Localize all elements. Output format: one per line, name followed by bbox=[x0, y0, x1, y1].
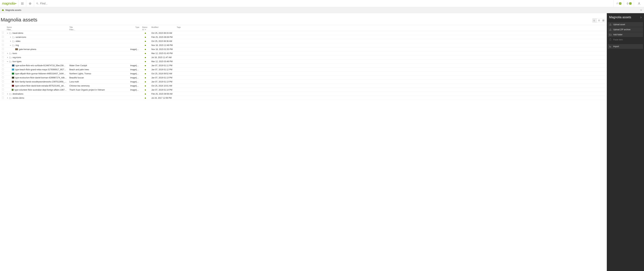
row-checkbox[interactable] bbox=[2, 97, 4, 99]
table-row[interactable]: type-active-flickr-eric-surfdude-9134874… bbox=[1, 63, 607, 68]
expand-toggle[interactable] bbox=[7, 57, 8, 58]
svg-rect-25 bbox=[604, 21, 604, 21]
table-row[interactable]: type-offpath-flickr-gunnar-hildonen-4465… bbox=[1, 72, 607, 76]
row-modified: Oct 25, 2015 08:36 AM bbox=[150, 39, 176, 43]
bell-icon bbox=[626, 2, 629, 5]
table-row[interactable]: type-volunteer-flickr-australian-dept-fo… bbox=[1, 88, 607, 92]
paste-icon bbox=[609, 38, 612, 41]
col-type-header[interactable]: Type bbox=[130, 26, 139, 28]
row-checkbox[interactable] bbox=[2, 81, 4, 82]
view-grid-button[interactable] bbox=[601, 18, 606, 22]
row-name: stories-demo bbox=[12, 97, 24, 99]
col-title-header[interactable]: Title bbox=[69, 26, 128, 28]
status-filter-dropdown[interactable]: All bbox=[142, 28, 149, 30]
image-thumb bbox=[12, 73, 14, 74]
app-launcher-button[interactable] bbox=[18, 0, 26, 7]
table-row[interactable]: destinationsFeb 25, 2015 09:59 AM bbox=[1, 92, 607, 96]
notifications-button[interactable]: 1 bbox=[624, 0, 634, 7]
expand-toggle[interactable] bbox=[7, 61, 8, 62]
row-checkbox[interactable] bbox=[2, 48, 4, 50]
row-checkbox[interactable] bbox=[2, 89, 4, 91]
row-name: gate-hernan-pinera bbox=[19, 48, 36, 50]
image-thumb bbox=[12, 85, 14, 87]
folder-icon bbox=[9, 60, 12, 62]
expand-toggle[interactable] bbox=[7, 97, 8, 99]
expand-toggle[interactable] bbox=[10, 40, 12, 42]
row-checkbox[interactable] bbox=[2, 52, 4, 54]
row-checkbox[interactable] bbox=[2, 44, 4, 46]
table-row[interactable]: videoOct 25, 2015 08:36 AM bbox=[1, 39, 607, 43]
status-indicator bbox=[145, 85, 146, 86]
expand-toggle[interactable] bbox=[7, 32, 8, 34]
col-tags-header[interactable]: Tags bbox=[177, 26, 606, 28]
row-title bbox=[68, 47, 129, 51]
svg-point-5 bbox=[23, 3, 23, 4]
row-type: image/jpeg bbox=[129, 88, 141, 92]
table-row[interactable]: flickr-family-hands-woodleywonderworks-2… bbox=[1, 80, 607, 84]
brand-logo[interactable]: magnolia bbox=[0, 0, 18, 7]
row-title bbox=[68, 51, 129, 55]
tasks-badge: 0 bbox=[619, 2, 622, 4]
col-modified-header[interactable]: Modified bbox=[151, 26, 174, 28]
row-checkbox[interactable] bbox=[2, 40, 4, 42]
action-label: Upload ZIP archive bbox=[613, 28, 630, 31]
user-menu-button[interactable] bbox=[634, 0, 644, 7]
expand-toggle[interactable] bbox=[7, 53, 8, 54]
row-modified: Mar 12, 2015 01:43 PM bbox=[150, 51, 176, 55]
row-type bbox=[129, 35, 141, 39]
row-checkbox[interactable] bbox=[2, 60, 4, 62]
search-input[interactable] bbox=[40, 2, 612, 5]
row-title bbox=[68, 55, 129, 59]
name-filter-input[interactable] bbox=[7, 28, 67, 30]
col-name-header[interactable]: Name bbox=[7, 26, 67, 28]
expand-toggle[interactable] bbox=[7, 93, 8, 95]
action-add-folder[interactable]: Add folder bbox=[608, 32, 643, 37]
status-indicator bbox=[145, 57, 146, 58]
row-checkbox[interactable] bbox=[2, 32, 4, 34]
table-row[interactable]: type-ecotourism-flickr-daniel-borman-429… bbox=[1, 76, 607, 80]
col-status-header[interactable]: Status bbox=[142, 26, 149, 28]
row-checkbox[interactable] bbox=[2, 64, 4, 66]
action-import[interactable]: Import bbox=[608, 44, 643, 49]
table-row[interactable]: tour-typesMar 12, 2015 03:48 PM bbox=[1, 59, 607, 63]
table-row[interactable]: svg-iconsJul 16, 2015 11:47 AM bbox=[1, 55, 607, 59]
close-app-button[interactable] bbox=[640, 9, 642, 11]
row-modified: Jul 24, 2017 12:59 PM bbox=[150, 96, 176, 100]
close-icon bbox=[640, 9, 642, 11]
row-type bbox=[129, 96, 141, 100]
row-checkbox[interactable] bbox=[2, 56, 4, 58]
table-row[interactable]: imgNov 18, 2015 12:49 PM bbox=[1, 43, 607, 47]
image-thumb bbox=[12, 77, 14, 79]
table-row[interactable]: type-beach-flickr-grand-velas-maya-31793… bbox=[1, 68, 607, 72]
tasks-button[interactable]: 0 bbox=[614, 0, 624, 7]
table-row[interactable]: type-culture-flickr-david-bote-estrada-6… bbox=[1, 84, 607, 88]
view-list-button[interactable] bbox=[597, 18, 601, 22]
table-row[interactable]: stories-demoJul 24, 2017 12:59 PM bbox=[1, 96, 607, 100]
row-checkbox[interactable] bbox=[2, 85, 4, 86]
favorite-button[interactable] bbox=[26, 0, 34, 7]
row-name: svg-icons bbox=[12, 56, 21, 59]
global-search[interactable] bbox=[34, 0, 614, 7]
table-row[interactable]: toursMar 12, 2015 01:43 PM bbox=[1, 51, 607, 55]
view-tree-button[interactable] bbox=[592, 18, 597, 22]
row-checkbox[interactable] bbox=[2, 72, 4, 74]
row-checkbox[interactable] bbox=[2, 36, 4, 38]
expand-toggle[interactable] bbox=[10, 45, 12, 46]
chevron-right-icon[interactable] bbox=[640, 16, 642, 18]
row-type: image/jpeg bbox=[129, 72, 141, 76]
table-row[interactable]: social-iconsFeb 25, 2015 06:08 PM bbox=[1, 35, 607, 39]
expand-toggle[interactable] bbox=[10, 36, 12, 38]
title-filter-input[interactable] bbox=[69, 28, 128, 30]
table-row[interactable]: travel-demoOct 25, 2015 08:33 AM bbox=[1, 31, 607, 35]
action-upload-zip[interactable]: Upload ZIP archive bbox=[608, 27, 643, 32]
action-upload-asset[interactable]: Upload asset bbox=[608, 22, 643, 27]
table-row[interactable]: gate-hernan-pineraimage/jpegNov 18, 2015… bbox=[1, 47, 607, 51]
app-icon bbox=[2, 9, 4, 11]
folder-icon bbox=[9, 97, 12, 99]
tasks-icon bbox=[616, 2, 619, 5]
row-checkbox[interactable] bbox=[2, 93, 4, 95]
row-checkbox[interactable] bbox=[2, 76, 4, 78]
status-indicator bbox=[145, 33, 146, 34]
actions-drawer: Magnolia assets Upload assetUpload ZIP a… bbox=[607, 13, 644, 271]
row-checkbox[interactable] bbox=[2, 68, 4, 70]
